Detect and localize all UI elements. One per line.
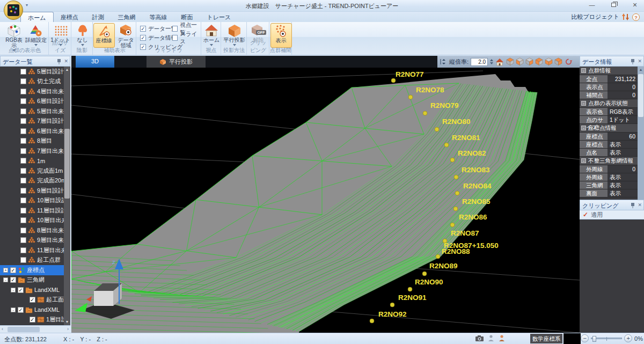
survey-point-dot[interactable] [423, 111, 427, 115]
tree-item-10層目設計面[interactable]: 10層目設計面 [0, 196, 64, 206]
ribbon-button-詳細設定[interactable]: 詳細設定 [25, 23, 47, 48]
survey-point-dot[interactable] [391, 78, 396, 83]
tree-expand-icon[interactable]: - [11, 288, 16, 292]
coordinate-system-button[interactable]: 数学座標系 [530, 334, 562, 343]
tree-item-8層目[interactable]: 8層目 [0, 136, 64, 147]
survey-point-dot[interactable] [444, 143, 449, 147]
ribbon-button-表示[interactable]: 表示 [270, 23, 292, 48]
info-section-点群情報[interactable]: -点群情報 [580, 67, 638, 75]
zoom-slider-thumb[interactable] [592, 336, 596, 342]
scroll-up-icon[interactable]: ▲ [638, 67, 644, 73]
view-cube-button-1[interactable] [506, 57, 514, 67]
tree-checkbox[interactable] [20, 158, 26, 164]
tree-checkbox[interactable] [20, 247, 26, 253]
tree-checkbox[interactable]: ✓ [30, 297, 35, 303]
pin-icon[interactable] [56, 58, 62, 65]
tree-item-起工点群[interactable]: 起工点群 [0, 255, 64, 266]
pin-icon[interactable] [630, 58, 635, 65]
close-panel-icon[interactable]: ✕ [638, 58, 642, 65]
tree-checkbox[interactable] [20, 98, 26, 104]
tree-checkbox[interactable] [20, 217, 26, 223]
tree-expand-icon[interactable]: - [3, 277, 8, 282]
tree-vertical-scrollbar[interactable]: ▲ ▼ [64, 67, 70, 325]
tree-checkbox[interactable]: ✓ [18, 287, 24, 293]
ribbon-button-なし[interactable]: なし [72, 23, 93, 48]
view-cube-button-3[interactable] [525, 57, 533, 67]
ribbon-button-ホーム[interactable]: ホーム [201, 23, 222, 48]
tree-checkbox[interactable] [20, 108, 26, 114]
info-vertical-scrollbar[interactable]: ▲ [638, 67, 644, 200]
tree-horizontal-scrollbar[interactable]: ‹ › [0, 325, 70, 333]
info-section-座標点情報[interactable]: -座標点情報 [580, 124, 638, 133]
ribbon-tab-等高線[interactable]: 等高線 [143, 12, 174, 22]
rotate-view-icon[interactable] [565, 58, 573, 66]
tree-checkbox[interactable] [20, 128, 26, 134]
tree-expand-icon[interactable]: + [3, 268, 8, 273]
close-panel-icon[interactable]: ✕ [638, 202, 642, 209]
ribbon-tab-ホーム[interactable]: ホーム [20, 12, 54, 22]
tree-checkbox[interactable] [20, 69, 26, 75]
tree-item-7層目出来形[interactable]: 7層目出来形 [0, 146, 64, 156]
scroll-down-icon[interactable]: ▼ [64, 319, 70, 325]
view-cube-button-6[interactable] [554, 57, 562, 67]
vertical-scale-input[interactable]: 2.0 [471, 58, 488, 66]
tree-item-三角網[interactable]: -✓三角網 [0, 275, 64, 286]
scroll-right-icon[interactable]: › [67, 326, 69, 332]
tree-expand-icon[interactable]: - [11, 308, 16, 312]
tree-item-5層目出来形[interactable]: 5層目出来形 [0, 106, 64, 116]
tab-3d[interactable]: 3D [76, 56, 114, 68]
tree-checkbox[interactable]: ✓ [10, 277, 16, 283]
tree-item-9層目設計面[interactable]: 9層目設計面 [0, 186, 64, 196]
tree-item-11層目出来形[interactable]: 11層目出来形 [0, 245, 64, 255]
minimize-button[interactable]: — [585, 1, 599, 9]
tree-checkbox[interactable] [20, 208, 26, 214]
tree-item-10層目出来形[interactable]: 10層目出来形 [0, 216, 64, 226]
quick-access-dropdown-icon[interactable]: ▾ [26, 3, 28, 8]
ribbon-button-1ドット[interactable]: 1ドット [50, 23, 71, 48]
tree-checkbox[interactable] [20, 228, 26, 233]
tree-item-1層目設[interactable]: ✓1層目設 [0, 315, 64, 325]
compare-project-button[interactable]: 比較プロジェクト [571, 13, 619, 21]
tree-checkbox[interactable] [20, 197, 26, 203]
scroll-up-icon[interactable]: ▲ [64, 67, 70, 73]
tree-checkbox[interactable] [20, 78, 26, 84]
close-button[interactable]: × [628, 1, 642, 9]
application-menu-button[interactable] [4, 1, 23, 20]
scroll-left-icon[interactable]: ‹ [2, 326, 3, 332]
view-cube-button-4[interactable] [535, 57, 543, 67]
survey-point-dot[interactable] [454, 175, 458, 179]
viewpoint-person-icon[interactable] [498, 334, 506, 342]
survey-point-dot[interactable] [435, 127, 439, 131]
tree-item-起工面0.[interactable]: ✓起工面0. [0, 295, 64, 305]
tree-item-完成面20m[interactable]: 完成面20m [0, 176, 64, 186]
tree-checkbox[interactable] [20, 237, 26, 243]
viewport-canvas[interactable]: ZR2NO77R2NO78R2NO79R2NO80R2NO81R2NO82R2N… [71, 68, 580, 333]
tree-item-11層目設計面[interactable]: 11層目設計面 [0, 206, 64, 216]
tree-scroll-thumb[interactable] [64, 129, 70, 199]
tree-checkbox[interactable]: ✓ [30, 317, 35, 323]
scale-spinner[interactable] [490, 59, 493, 64]
info-section-不整三角形網情報[interactable]: -不整三角形網情報 [580, 157, 638, 165]
tree-item-4層目出来形[interactable]: 4層目出来形 [0, 86, 64, 97]
ribbon-tab-断面[interactable]: 断面 [174, 12, 200, 22]
info-scroll-thumb[interactable] [638, 74, 643, 117]
info-section-点群の表示状態[interactable]: -点群の表示状態 [580, 99, 638, 108]
tree-item-8層目出来形([interactable]: 8層目出来形( [0, 225, 64, 236]
tree-item-座標点[interactable]: +✓座標点 [0, 265, 64, 275]
zoom-out-button[interactable]: − [581, 334, 589, 342]
tree-checkbox[interactable] [20, 89, 26, 94]
snapshot-camera-icon[interactable] [475, 334, 484, 342]
tree-checkbox[interactable] [20, 118, 26, 124]
help-icon[interactable]: ? [632, 13, 640, 21]
ribbon-tab-トレース[interactable]: トレース [200, 12, 238, 22]
tree-checkbox[interactable] [20, 168, 26, 174]
tree-item-1m[interactable]: 1m [0, 156, 64, 166]
tree-checkbox[interactable] [20, 148, 26, 154]
view-cube-button-2[interactable] [516, 57, 524, 67]
ribbon-button-座標線[interactable]: 座標線 [93, 23, 115, 48]
ribbon-button-平行投影[interactable]: 平行投影 [224, 23, 245, 48]
tree-checkbox[interactable] [20, 257, 26, 263]
zoom-slider[interactable] [591, 338, 622, 339]
close-panel-icon[interactable]: ✕ [64, 58, 68, 65]
ribbon-button-RGB表示[interactable]: RGB表示 [3, 23, 25, 48]
